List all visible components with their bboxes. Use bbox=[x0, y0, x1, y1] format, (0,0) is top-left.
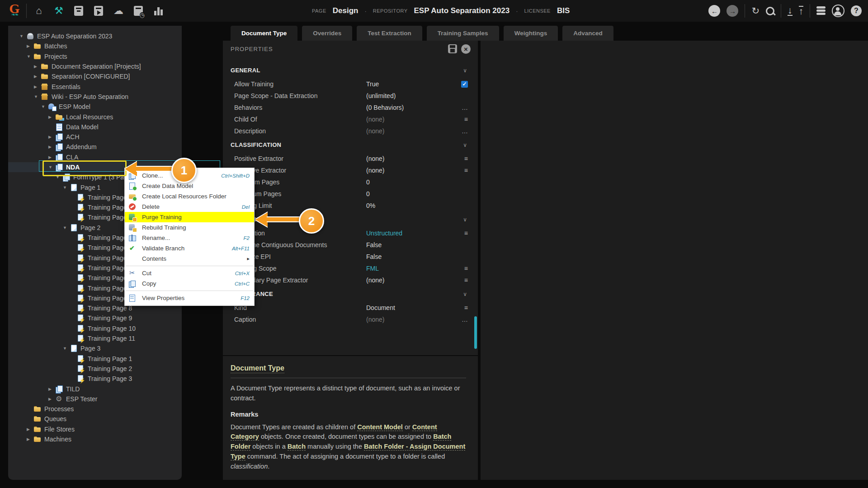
tree-item-tild[interactable]: ▶TILD bbox=[8, 384, 182, 394]
menu-item-copy[interactable]: CopyCtrl+C bbox=[125, 278, 254, 289]
tree-item-page-3[interactable]: ▼Page 3 bbox=[8, 343, 182, 353]
forward-icon[interactable]: → bbox=[726, 5, 738, 17]
collapse-icon[interactable]: ▼ bbox=[41, 104, 48, 109]
property-row-description[interactable]: Description(none)… bbox=[223, 125, 478, 137]
collapse-icon[interactable]: ▼ bbox=[19, 34, 26, 38]
tab-weightings[interactable]: Weightings bbox=[504, 26, 558, 41]
expand-icon[interactable]: ▶ bbox=[34, 74, 41, 79]
design-tools-icon[interactable]: ⚒ bbox=[52, 5, 65, 17]
batch-process-icon[interactable] bbox=[92, 5, 105, 17]
expand-icon[interactable]: ▶ bbox=[48, 387, 55, 391]
tree-item-batches[interactable]: ▶Batches bbox=[8, 41, 182, 51]
expand-icon[interactable]: ▶ bbox=[48, 135, 55, 139]
expand-icon[interactable]: ▶ bbox=[27, 427, 33, 432]
tab-document-type[interactable]: Document Type bbox=[231, 26, 297, 41]
tab-advanced[interactable]: Advanced bbox=[562, 26, 613, 41]
property-row-maximum-pages[interactable]: Maximum Pages0 bbox=[223, 188, 478, 200]
menu-item-create-data-model[interactable]: Create Data Model bbox=[125, 181, 254, 191]
ellipsis-button[interactable]: … bbox=[462, 316, 468, 323]
expand-icon[interactable]: ▶ bbox=[48, 155, 55, 160]
property-row-allow-training[interactable]: Allow TrainingTrue✓ bbox=[223, 78, 478, 90]
tab-test-extraction[interactable]: Test Extraction bbox=[357, 26, 422, 41]
menu-item-rename-[interactable]: Rename...F2 bbox=[125, 233, 254, 243]
doc-link-batch-folder-assign-document-type[interactable]: Batch Folder - Assign Document Type bbox=[231, 443, 465, 460]
repository-value[interactable]: ESP Auto Separation 2023 bbox=[414, 6, 510, 15]
tree-item-queues[interactable]: Queues bbox=[8, 414, 182, 424]
collapse-icon[interactable]: ▼ bbox=[34, 94, 41, 99]
section-header-general[interactable]: GENERAL∨ bbox=[223, 62, 478, 78]
doc-link-batch[interactable]: Batch bbox=[288, 443, 306, 450]
menu-item-contents[interactable]: Contents▸ bbox=[125, 253, 254, 264]
tree-item-training-page-2[interactable]: Training Page 2 bbox=[8, 364, 182, 374]
section-header-classification[interactable]: CLASSIFICATION∨ bbox=[223, 137, 478, 153]
doc-scrollbar-thumb[interactable] bbox=[474, 316, 477, 349]
menu-item-rebuild-training[interactable]: Rebuild Training bbox=[125, 222, 254, 233]
menu-item-purge-training[interactable]: Purge Training bbox=[125, 212, 254, 222]
dropdown-menu-button[interactable]: ≡ bbox=[464, 277, 468, 284]
home-icon[interactable]: ⌂ bbox=[33, 5, 45, 17]
property-row-page-scope-data-extraction[interactable]: Page Scope - Data Extraction(unlimited) bbox=[223, 90, 478, 102]
property-row-kind[interactable]: KindDocument≡ bbox=[223, 302, 478, 314]
user-icon[interactable] bbox=[832, 5, 844, 17]
back-icon[interactable]: ← bbox=[708, 5, 720, 17]
expand-icon[interactable]: ▶ bbox=[34, 64, 41, 69]
jobs-icon[interactable] bbox=[132, 5, 145, 17]
doc-title-link[interactable]: Document Type bbox=[231, 364, 284, 373]
menu-item-create-local-resources-folder[interactable]: Create Local Resources Folder bbox=[125, 191, 254, 202]
property-row-secondary-page-extractor[interactable]: Secondary Page Extractor(none)≡ bbox=[223, 274, 478, 286]
batches-icon[interactable] bbox=[72, 5, 85, 17]
menu-item-cut[interactable]: CutCtrl+X bbox=[125, 268, 254, 278]
tree-item-projects[interactable]: ▼Projects bbox=[8, 52, 182, 61]
section-header-appearance[interactable]: APPEARANCE∨ bbox=[223, 286, 478, 302]
tree-item-processes[interactable]: Processes bbox=[8, 404, 182, 414]
tree-item-training-page-11[interactable]: Training Page 11 bbox=[8, 333, 182, 343]
tree-item-data-model[interactable]: Data Model bbox=[8, 122, 182, 132]
property-row-training-scope[interactable]: Training ScopeFML≡ bbox=[223, 263, 478, 274]
tree-item-esp-tester[interactable]: ▶ESP Tester bbox=[8, 394, 182, 404]
help-icon[interactable]: ? bbox=[851, 5, 862, 16]
expand-icon[interactable]: ▶ bbox=[27, 437, 33, 441]
menu-item-delete[interactable]: DeleteDel bbox=[125, 202, 254, 212]
tree-item-training-page-9[interactable]: Training Page 9 bbox=[8, 313, 182, 323]
property-row-positive-extractor[interactable]: Positive Extractor(none)≡ bbox=[223, 153, 478, 164]
tree-item-esp-model[interactable]: ▼ESP Model bbox=[8, 102, 182, 112]
doc-link-content-category[interactable]: Content Category bbox=[231, 423, 437, 441]
property-row-training-limit[interactable]: Training Limit0% bbox=[223, 200, 478, 211]
collapse-icon[interactable]: ▼ bbox=[63, 225, 70, 230]
licensee-value[interactable]: BIS bbox=[557, 6, 570, 15]
tab-overrides[interactable]: Overrides bbox=[302, 26, 352, 41]
checkbox-checked[interactable]: ✓ bbox=[461, 81, 468, 88]
page-value[interactable]: Design bbox=[333, 6, 359, 15]
tree-item-training-page-10[interactable]: Training Page 10 bbox=[8, 324, 182, 333]
ellipsis-button[interactable]: … bbox=[462, 127, 468, 135]
expand-icon[interactable]: ▶ bbox=[48, 115, 55, 119]
tree-item-separation-configured-[interactable]: ▶Separation [CONFIGURED] bbox=[8, 71, 182, 81]
dropdown-menu-button[interactable]: ≡ bbox=[464, 167, 468, 174]
chevron-down-icon[interactable]: ∨ bbox=[463, 67, 467, 74]
tree-item-document-separation-projects-[interactable]: ▶Document Separation [Projects] bbox=[8, 61, 182, 71]
expand-icon[interactable]: ▶ bbox=[27, 44, 33, 48]
property-row-negative-extractor[interactable]: Negative Extractor(none)≡ bbox=[223, 164, 478, 176]
menu-item-validate-branch[interactable]: Validate BranchAlt+F11 bbox=[125, 243, 254, 253]
close-properties-button[interactable]: × bbox=[461, 44, 471, 54]
tree-item-machines[interactable]: ▶Machines bbox=[8, 434, 182, 444]
property-row-prioritize-epi[interactable]: Prioritize EPIFalse bbox=[223, 251, 478, 263]
upload-icon[interactable]: ↑ bbox=[799, 6, 804, 16]
chevron-down-icon[interactable]: ∨ bbox=[463, 142, 467, 148]
repository-db-icon[interactable] bbox=[816, 6, 826, 15]
stats-icon[interactable] bbox=[152, 5, 165, 17]
tree-item-training-page-1[interactable]: Training Page 1 bbox=[8, 354, 182, 364]
collapse-icon[interactable]: ▼ bbox=[27, 54, 33, 59]
download-icon[interactable]: ↓ bbox=[788, 6, 793, 16]
property-row-behaviors[interactable]: Behaviors(0 Behaviors)… bbox=[223, 102, 478, 113]
doc-link-content-model[interactable]: Content Model bbox=[357, 423, 403, 431]
property-row-child-of[interactable]: Child Of(none)≡ bbox=[223, 113, 478, 125]
tree-item-addendum[interactable]: ▶Addendum bbox=[8, 142, 182, 152]
tree-item-file-stores[interactable]: ▶File Stores bbox=[8, 424, 182, 434]
search-icon[interactable] bbox=[766, 7, 774, 15]
dropdown-menu-button[interactable]: ≡ bbox=[464, 304, 468, 311]
collapse-icon[interactable]: ▼ bbox=[63, 346, 70, 351]
chevron-down-icon[interactable]: ∨ bbox=[463, 291, 467, 297]
dropdown-menu-button[interactable]: ≡ bbox=[464, 265, 468, 272]
expand-icon[interactable]: ▶ bbox=[34, 84, 41, 89]
